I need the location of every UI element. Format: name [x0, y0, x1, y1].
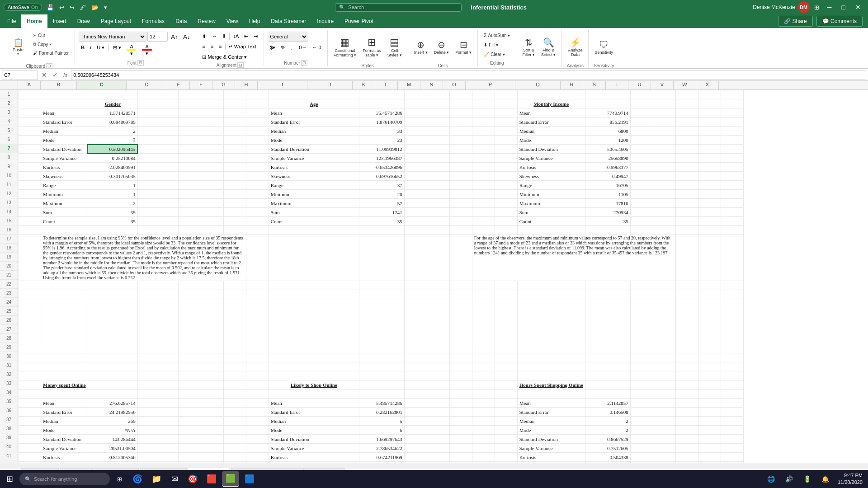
cell-J4[interactable]: 1.876140709	[359, 117, 404, 127]
cell-I36[interactable]: Sample Variance	[269, 444, 359, 453]
cell-P2[interactable]: Monthly Income	[517, 99, 585, 108]
cell-H2[interactable]	[246, 99, 269, 108]
cell-C11[interactable]: 1	[88, 181, 137, 190]
cell-E10[interactable]	[178, 172, 201, 181]
cell-F29[interactable]	[201, 380, 223, 389]
cell-E28[interactable]	[178, 371, 201, 380]
cell-G32[interactable]	[223, 408, 246, 417]
text-direction-button[interactable]: ↕A	[231, 32, 241, 41]
cell-N35[interactable]	[472, 435, 495, 444]
cell-O13[interactable]	[495, 199, 517, 208]
cell-U6[interactable]	[698, 136, 721, 145]
cell-J30[interactable]	[359, 389, 404, 399]
cell-J27[interactable]	[359, 362, 404, 371]
cell-E7[interactable]	[178, 145, 201, 154]
cell-V6[interactable]	[721, 136, 743, 145]
cell-G27[interactable]	[223, 362, 246, 371]
cell-H13[interactable]	[246, 199, 269, 208]
cell-S37[interactable]	[653, 453, 675, 462]
cell-T12[interactable]	[675, 190, 698, 199]
number-format-select[interactable]: General	[268, 32, 308, 42]
cell-L1[interactable]	[427, 90, 449, 99]
cell-C28[interactable]	[88, 371, 137, 380]
row-number-37[interactable]: 37	[0, 415, 18, 424]
cell-T32[interactable]	[675, 408, 698, 417]
cell-Q9[interactable]: -0.9963377	[585, 163, 630, 172]
row-number-41[interactable]: 41	[0, 451, 18, 460]
cell-T10[interactable]	[675, 172, 698, 181]
cell-I3[interactable]: Mean	[269, 108, 359, 117]
cell-B23[interactable]	[41, 326, 88, 335]
cell-H10[interactable]	[246, 172, 269, 181]
cell-S25[interactable]	[653, 344, 675, 353]
cell-Q16[interactable]	[585, 226, 630, 235]
cell-O4[interactable]	[495, 117, 517, 127]
cell-I24[interactable]	[269, 335, 359, 344]
cell-N18[interactable]	[472, 281, 495, 290]
cell-N19[interactable]	[472, 290, 495, 299]
cell-S13[interactable]	[653, 199, 675, 208]
cell-B15[interactable]: Count	[41, 217, 88, 226]
cell-K35[interactable]	[404, 435, 427, 444]
cell-G13[interactable]	[223, 199, 246, 208]
cell-L19[interactable]	[427, 290, 449, 299]
cell-L12[interactable]	[427, 190, 449, 199]
cell-P16[interactable]	[517, 226, 585, 235]
cell-R33[interactable]	[630, 417, 653, 426]
cell-S1[interactable]	[653, 90, 675, 99]
align-top-button[interactable]: ⬆	[200, 32, 208, 41]
cell-E8[interactable]	[178, 154, 201, 163]
cell-B11[interactable]: Range	[41, 181, 88, 190]
cell-Q33[interactable]: 2	[585, 417, 630, 426]
cell-V5[interactable]	[721, 127, 743, 136]
col-header-w[interactable]: W	[674, 81, 696, 89]
cell-A23[interactable]	[19, 326, 41, 335]
cell-B5[interactable]: Median	[41, 127, 88, 136]
col-header-x[interactable]: X	[696, 81, 719, 89]
cell-N8[interactable]	[472, 154, 495, 163]
cell-N6[interactable]	[472, 136, 495, 145]
col-header-r[interactable]: R	[561, 81, 583, 89]
cell-B12[interactable]: Minimum	[41, 190, 88, 199]
cell-M17[interactable]	[449, 235, 472, 281]
cell-U7[interactable]	[698, 145, 721, 154]
increase-decimal-button[interactable]: .0→	[295, 43, 309, 52]
cell-Q10[interactable]: 0.49947	[585, 172, 630, 181]
cell-E22[interactable]	[178, 317, 201, 326]
cell-F19[interactable]	[201, 290, 223, 299]
cell-V11[interactable]	[721, 181, 743, 190]
cell-D31[interactable]	[137, 399, 178, 408]
cell-I18[interactable]	[269, 281, 359, 290]
cell-V10[interactable]	[721, 172, 743, 181]
cell-E6[interactable]	[178, 136, 201, 145]
network-icon[interactable]: 🌐	[764, 471, 779, 487]
cell-A3[interactable]	[19, 108, 41, 117]
cell-O12[interactable]	[495, 190, 517, 199]
cell-S19[interactable]	[653, 290, 675, 299]
cell-K29[interactable]	[404, 380, 427, 389]
taskbar-word-button[interactable]: 🟦	[241, 471, 258, 487]
cell-F36[interactable]	[201, 444, 223, 453]
cell-F33[interactable]	[201, 417, 223, 426]
cell-B2[interactable]	[41, 99, 88, 108]
cell-P9[interactable]: Kurtosis	[517, 163, 585, 172]
cell-H7[interactable]	[246, 145, 269, 154]
cell-D24[interactable]	[137, 335, 178, 344]
cell-B26[interactable]	[41, 353, 88, 362]
cell-O31[interactable]	[495, 399, 517, 408]
cell-T23[interactable]	[675, 326, 698, 335]
cell-T16[interactable]	[675, 226, 698, 235]
cell-O22[interactable]	[495, 317, 517, 326]
cell-E34[interactable]	[178, 426, 201, 435]
tab-insert[interactable]: Insert	[47, 14, 72, 28]
row-number-28[interactable]: 28	[0, 334, 18, 343]
cell-B33[interactable]: Median	[41, 417, 88, 426]
cell-U13[interactable]	[698, 199, 721, 208]
cell-N9[interactable]	[472, 163, 495, 172]
row-number-12[interactable]: 12	[0, 189, 18, 198]
cell-U17[interactable]	[698, 235, 721, 281]
cell-F9[interactable]	[201, 163, 223, 172]
delete-button[interactable]: ⊖ Delete ▾	[432, 32, 452, 62]
cell-Q29[interactable]	[585, 380, 630, 389]
cell-K12[interactable]	[404, 190, 427, 199]
